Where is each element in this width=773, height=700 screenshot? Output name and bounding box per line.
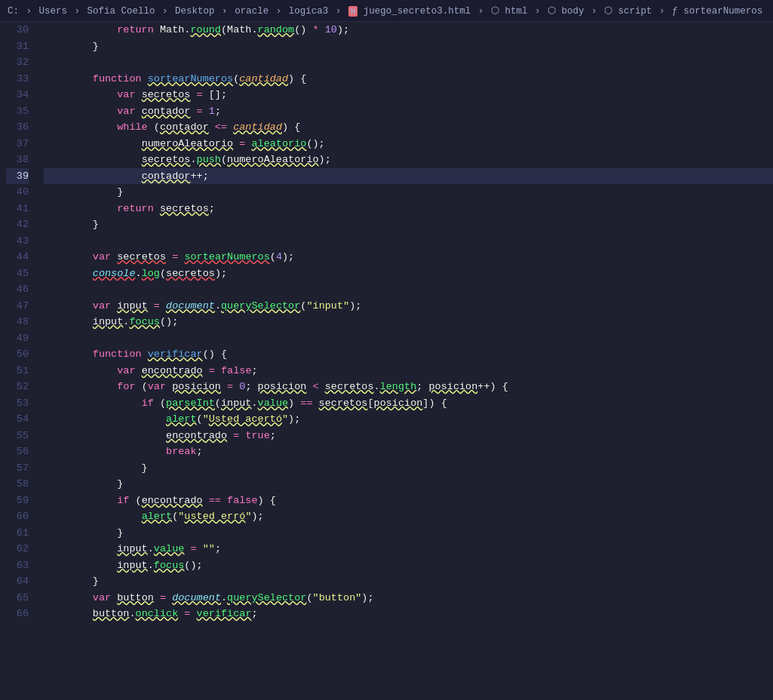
line-number-48: 48 (6, 314, 29, 330)
line-number-47: 47 (6, 298, 29, 315)
line-number-30: 30 (6, 22, 29, 38)
code-line-32 (44, 54, 773, 71)
line-number-33: 33 (6, 71, 29, 88)
code-line-62: input.value = ""; (44, 541, 773, 557)
code-line-45: console.log(secretos); (44, 266, 773, 282)
breadcrumb-path: C: › Users › Sofia Coello › Desktop › or… (8, 5, 762, 17)
code-line-37: numeroAleatorio = aleatorio(); (44, 136, 773, 152)
code-line-66: button.onclick = verificar; (44, 606, 773, 622)
line-number-53: 53 (6, 395, 29, 412)
code-line-56: break; (44, 444, 773, 460)
line-number-55: 55 (6, 428, 29, 444)
code-line-50: function verificar() { (44, 346, 773, 363)
code-line-35: var contador = 1; (44, 103, 773, 120)
line-number-44: 44 (6, 249, 29, 266)
code-line-41: return secretos; (44, 201, 773, 217)
line-number-34: 34 (6, 87, 29, 103)
line-number-66: 66 (6, 606, 29, 622)
code-line-51: var encontrado = false; (44, 363, 773, 379)
line-number-61: 61 (6, 525, 29, 542)
line-number-38: 38 (6, 152, 29, 168)
code-line-59: if (encontrado == false) { (44, 493, 773, 509)
code-line-49 (44, 330, 773, 347)
breadcrumb-bar: C: › Users › Sofia Coello › Desktop › or… (0, 0, 773, 22)
code-line-34: var secretos = []; (44, 87, 773, 103)
code-line-61: } (44, 525, 773, 542)
code-line-48: input.focus(); (44, 314, 773, 330)
code-line-36: while (contador <= cantidad) { (44, 119, 773, 136)
code-line-64: } (44, 573, 773, 590)
line-number-65: 65 (6, 590, 29, 606)
code-line-53: if (parseInt(input.value) == secretos[po… (44, 395, 773, 412)
code-line-40: } (44, 184, 773, 201)
code-line-31: } (44, 38, 773, 55)
line-numbers: 3031323334353637383940414243444546474849… (0, 22, 38, 698)
line-number-59: 59 (6, 493, 29, 509)
line-number-51: 51 (6, 363, 29, 379)
line-number-54: 54 (6, 411, 29, 428)
line-number-50: 50 (6, 346, 29, 363)
line-number-63: 63 (6, 557, 29, 574)
line-number-32: 32 (6, 54, 29, 71)
line-number-64: 64 (6, 573, 29, 590)
line-number-52: 52 (6, 379, 29, 395)
code-line-60: alert("usted erró"); (44, 508, 773, 525)
code-line-38: secretos.push(numeroAleatorio); (44, 152, 773, 168)
line-number-35: 35 (6, 103, 29, 120)
code-line-57: } (44, 460, 773, 477)
line-number-62: 62 (6, 541, 29, 557)
line-number-37: 37 (6, 136, 29, 152)
code-line-58: } (44, 476, 773, 493)
code-content: return Math.round(Math.random() * 10); }… (38, 22, 773, 698)
line-number-41: 41 (6, 201, 29, 217)
code-line-52: for (var posicion = 0; posicion < secret… (44, 379, 773, 395)
code-line-43 (44, 233, 773, 250)
line-number-45: 45 (6, 266, 29, 282)
code-line-44: var secretos = sortearNumeros(4); (44, 249, 773, 266)
code-line-30: return Math.round(Math.random() * 10); (44, 22, 773, 38)
code-line-42: } (44, 216, 773, 233)
line-number-39: 39 (6, 168, 29, 185)
code-editor: 3031323334353637383940414243444546474849… (0, 22, 773, 698)
line-number-58: 58 (6, 476, 29, 493)
code-line-39: contador++; (44, 168, 773, 185)
code-line-65: var button = document.querySelector("but… (44, 590, 773, 606)
code-line-55: encontrado = true; (44, 428, 773, 444)
code-line-33: function sortearNumeros(cantidad) { (44, 71, 773, 88)
line-number-46: 46 (6, 281, 29, 298)
code-line-46 (44, 281, 773, 298)
line-number-60: 60 (6, 508, 29, 525)
line-number-42: 42 (6, 216, 29, 233)
line-number-36: 36 (6, 119, 29, 136)
code-line-47: var input = document.querySelector("inpu… (44, 298, 773, 315)
code-line-63: input.focus(); (44, 557, 773, 574)
line-number-31: 31 (6, 38, 29, 55)
code-line-54: alert("Usted acertó"); (44, 411, 773, 428)
line-number-56: 56 (6, 444, 29, 460)
line-number-57: 57 (6, 460, 29, 477)
line-number-49: 49 (6, 330, 29, 347)
line-number-43: 43 (6, 233, 29, 250)
line-number-40: 40 (6, 184, 29, 201)
